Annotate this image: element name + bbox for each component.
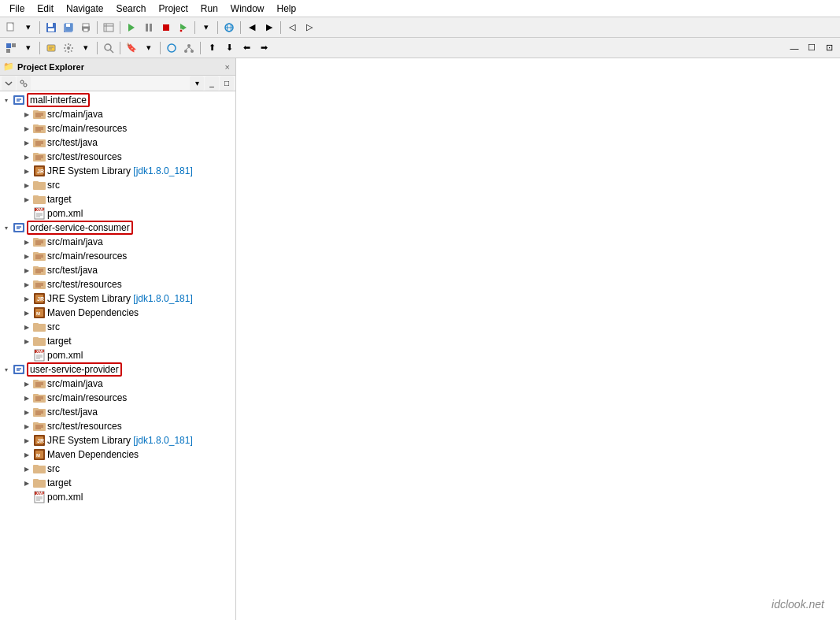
maximize-panel-button[interactable]: □ [220,76,234,91]
tree-list-item[interactable]: ▶ JR JRE System Library [jdk1.8.0_181] [0,433,235,447]
child-toggle-icon[interactable]: ▶ [22,336,31,346]
child-toggle-icon[interactable]: ▶ [22,251,31,261]
tree-list-item[interactable]: ▶ M Maven Dependencies [0,447,235,462]
menu-edit[interactable]: Edit [31,2,60,16]
forward-nav[interactable]: ▷ [302,20,317,35]
save-button[interactable] [43,20,59,35]
minimize-panel-button[interactable]: _ [205,76,219,91]
view-menu-button[interactable]: ▾ [190,76,204,91]
project-root-item[interactable]: ▾ user-service-provider [0,362,235,377]
backward-nav[interactable]: ◁ [284,20,300,35]
menu-run[interactable]: Run [194,2,224,16]
child-toggle-icon[interactable]: ▶ [22,421,31,431]
child-toggle-icon[interactable]: ▶ [22,294,31,303]
menu-project[interactable]: Project [152,2,194,16]
tree-list-item[interactable]: ▶ target [0,476,235,490]
child-toggle-icon[interactable]: ▶ [22,322,31,332]
tree-list-item[interactable]: ▶ src/test/resources [0,277,235,291]
restore-button[interactable]: ☐ [804,40,820,56]
link-editor-button[interactable] [17,76,31,91]
save-all-button[interactable] [61,20,76,35]
tree-list-item[interactable]: ▶ JR JRE System Library [jdk1.8.0_181] [0,164,235,178]
toggle-icon[interactable]: ▾ [2,95,11,105]
child-toggle-icon[interactable]: ▶ [22,478,31,488]
arrow-up-button[interactable]: ⬆ [204,40,220,56]
tree-list-item[interactable]: ▶ src [0,178,235,192]
task-button[interactable] [43,40,59,56]
child-toggle-icon[interactable]: ▶ [22,280,31,289]
tree-list-item[interactable]: XML pom.xml [0,490,235,504]
tree-list-item[interactable]: ▶ src [0,320,235,334]
menu-file[interactable]: File [3,2,31,16]
menu-search[interactable]: Search [109,2,152,16]
new-button[interactable] [3,20,19,35]
tree-list-item[interactable]: ▶ src/test/java [0,405,235,419]
child-toggle-icon[interactable] [22,351,31,360]
child-toggle-icon[interactable]: ▶ [22,180,31,190]
child-toggle-icon[interactable]: ▶ [22,195,31,204]
tree-list-item[interactable]: ▶ src/test/resources [0,419,235,433]
menu-window[interactable]: Window [224,2,271,16]
dropdown-3[interactable]: ▾ [141,40,157,56]
perspective-dropdown[interactable]: ▾ [20,40,36,56]
child-toggle-icon[interactable]: ▶ [22,379,31,388]
run-button[interactable] [124,20,139,35]
project-root-item[interactable]: ▾ order-service-consumer [0,221,235,235]
child-toggle-icon[interactable]: ▶ [22,152,31,161]
tree-list-item[interactable]: ▶ src/test/resources [0,150,235,164]
panel-close-button[interactable]: × [223,62,232,72]
tree-container[interactable]: ▾ mall-interface▶ src/main/java▶ src/mai… [0,91,235,620]
tree-list-item[interactable]: ▶ src/main/resources [0,249,235,263]
globe2-button[interactable] [164,40,179,56]
bookmark-button[interactable]: 🔖 [124,40,139,56]
arrow-right-button[interactable]: ➡ [256,40,272,56]
child-toggle-icon[interactable]: ▶ [22,166,31,176]
collapse-all-button[interactable] [2,76,16,91]
forward-button[interactable]: ▶ [261,20,277,35]
child-toggle-icon[interactable]: ▶ [22,308,31,317]
tree-list-item[interactable]: ▶ src [0,462,235,476]
tree-list-item[interactable]: ▶ target [0,192,235,206]
tree-list-item[interactable]: ▶ src/main/java [0,235,235,249]
child-toggle-icon[interactable]: ▶ [22,110,31,119]
tree-list-item[interactable]: ▶ target [0,334,235,348]
child-toggle-icon[interactable]: ▶ [22,138,31,147]
child-toggle-icon[interactable]: ▶ [22,436,31,445]
child-toggle-icon[interactable]: ▶ [22,464,31,473]
properties-button[interactable] [101,20,117,35]
menu-help[interactable]: Help [271,2,303,16]
tree-list-item[interactable]: XML pom.xml [0,348,235,362]
tree-list-item[interactable]: ▶ src/test/java [0,263,235,277]
child-toggle-icon[interactable]: ▶ [22,407,31,417]
globe-button[interactable] [221,20,237,35]
arrow-left-button[interactable]: ⬅ [239,40,254,56]
tree-list-item[interactable]: XML pom.xml [0,206,235,221]
gear-dropdown[interactable] [61,40,76,56]
tree-list-item[interactable]: ▶ src/test/java [0,136,235,150]
child-toggle-icon[interactable]: ▶ [22,450,31,459]
project-root-item[interactable]: ▾ mall-interface [0,93,235,107]
open-perspective-button[interactable] [3,40,19,56]
toggle-icon[interactable]: ▾ [2,365,11,374]
toggle-icon[interactable]: ▾ [2,223,11,232]
maximize-button[interactable]: ⊡ [821,40,837,56]
child-toggle-icon[interactable] [22,209,31,218]
print-button[interactable] [78,20,94,35]
network-button[interactable] [181,40,197,56]
gear-dropdown-arrow[interactable]: ▾ [78,40,94,56]
stop-button[interactable] [158,20,174,35]
minimize-button[interactable]: — [786,40,802,56]
child-toggle-icon[interactable]: ▶ [22,237,31,247]
child-toggle-icon[interactable]: ▶ [22,393,31,403]
search-button[interactable] [101,40,117,56]
menu-navigate[interactable]: Navigate [60,2,109,16]
tree-list-item[interactable]: ▶ src/main/java [0,377,235,391]
back-button[interactable]: ◀ [244,20,260,35]
arrow-down-button[interactable]: ⬇ [221,40,237,56]
tree-list-item[interactable]: ▶ M Maven Dependencies [0,306,235,320]
debug-run-button[interactable] [176,20,191,35]
tree-list-item[interactable]: ▶ src/main/resources [0,121,235,136]
tree-list-item[interactable]: ▶ src/main/resources [0,391,235,405]
child-toggle-icon[interactable]: ▶ [22,265,31,275]
dropdown-run[interactable]: ▾ [198,20,214,35]
